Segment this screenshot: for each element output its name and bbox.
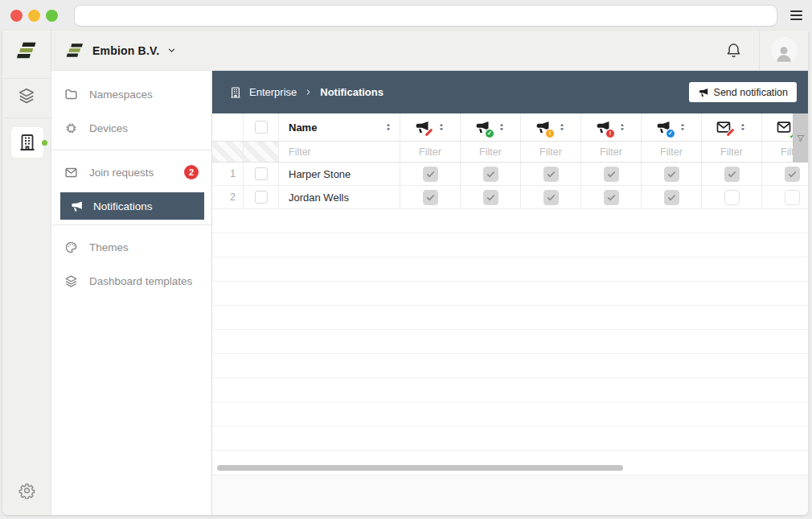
notification-checkbox[interactable] <box>483 167 498 182</box>
filter-cell <box>642 142 702 162</box>
filter-input[interactable] <box>581 146 641 158</box>
megaphone-info-icon: ✓ <box>655 119 671 135</box>
filter-input[interactable] <box>461 146 520 158</box>
rail-item-dashboards[interactable] <box>2 87 51 105</box>
empty-row <box>212 378 808 402</box>
notification-checkbox[interactable] <box>423 190 438 205</box>
row-select-checkbox[interactable] <box>255 167 268 180</box>
status-badge: ✓ <box>666 130 675 138</box>
filter-input[interactable] <box>521 146 580 158</box>
row-select-checkbox[interactable] <box>255 191 268 204</box>
notification-cell <box>762 163 808 185</box>
breadcrumb-enterprise[interactable]: Enterprise <box>249 86 297 98</box>
notification-checkbox[interactable] <box>785 190 800 205</box>
email-cancelled-icon <box>716 119 732 135</box>
empty-row <box>212 233 808 257</box>
notification-checkbox[interactable] <box>664 167 679 182</box>
notification-checkbox[interactable] <box>664 190 679 205</box>
organization-selector[interactable]: Embion B.V. <box>51 40 177 60</box>
avatar <box>771 37 798 64</box>
filter-input[interactable] <box>279 146 400 158</box>
icon-rail <box>2 31 51 515</box>
notification-checkbox[interactable] <box>604 190 619 205</box>
address-bar[interactable] <box>75 6 777 26</box>
notification-checkbox[interactable] <box>423 167 438 182</box>
select-all-header <box>244 113 279 141</box>
minimize-window-button[interactable] <box>28 10 40 22</box>
settings-button[interactable] <box>2 482 51 499</box>
megaphone-error-column-header[interactable]: ! <box>581 113 642 141</box>
sidebar-item-dashboard-templates[interactable]: Dashboard templates <box>51 264 211 298</box>
sort-icon[interactable] <box>738 122 748 132</box>
notification-checkbox[interactable] <box>785 167 800 182</box>
empty-row <box>212 426 808 451</box>
email-cancelled-column-header[interactable] <box>702 113 762 141</box>
notification-cell <box>642 186 702 208</box>
rail-item-enterprise[interactable] <box>10 126 44 159</box>
app-window: Embion B.V. NamespacesDevicesJoin reques… <box>2 31 808 515</box>
table-filter-corner[interactable] <box>793 113 808 163</box>
sidebar-item-notifications[interactable]: Notifications <box>60 192 204 220</box>
sidebar-item-namespaces[interactable]: Namespaces <box>51 77 211 111</box>
notification-checkbox[interactable] <box>543 167 559 182</box>
notification-checkbox[interactable] <box>604 167 619 182</box>
sidebar-item-label: Dashboard templates <box>89 275 192 287</box>
browser-menu-icon[interactable] <box>790 10 802 20</box>
notification-checkbox[interactable] <box>724 167 740 182</box>
email-success-icon: ✓ <box>776 119 792 135</box>
row-number: 1 <box>212 163 244 185</box>
sort-icon[interactable] <box>557 122 567 132</box>
sort-icon[interactable] <box>383 122 393 132</box>
notification-cell <box>521 163 581 185</box>
sidebar-item-themes[interactable]: Themes <box>51 230 211 264</box>
user-menu-button[interactable] <box>760 37 808 64</box>
breadcrumb: Enterprise Notifications Send notificati… <box>212 71 808 113</box>
megaphone-success-icon: ✓ <box>474 119 490 135</box>
chevron-right-icon <box>304 88 313 97</box>
building-icon <box>18 133 37 152</box>
empty-row <box>212 282 808 306</box>
notification-checkbox[interactable] <box>483 190 498 205</box>
megaphone-cancelled-column-header[interactable] <box>400 113 461 141</box>
send-notification-button[interactable]: Send notification <box>689 82 797 102</box>
status-badge: ✓ <box>486 130 494 138</box>
filter-cell <box>521 142 581 162</box>
notifications-bell-button[interactable] <box>707 42 759 59</box>
zoom-window-button[interactable] <box>46 10 58 22</box>
filter-input[interactable] <box>702 146 761 158</box>
palette-icon <box>64 241 79 254</box>
rail-divider <box>2 78 51 79</box>
notification-checkbox[interactable] <box>543 190 559 205</box>
megaphone-warning-column-header[interactable]: ! <box>521 113 581 141</box>
megaphone-info-column-header[interactable]: ✓ <box>642 113 702 141</box>
table-footer <box>212 475 808 515</box>
filter-disabled-cell <box>244 142 279 162</box>
megaphone-success-column-header[interactable]: ✓ <box>461 113 521 141</box>
close-window-button[interactable] <box>10 10 23 22</box>
count-badge: 2 <box>184 165 199 179</box>
sort-icon[interactable] <box>497 122 506 132</box>
organization-name: Embion B.V. <box>92 44 159 57</box>
megaphone-error-icon: ! <box>595 119 611 135</box>
sort-icon[interactable] <box>678 122 687 132</box>
status-badge: ! <box>546 130 554 138</box>
row-select-cell <box>244 163 279 185</box>
sidebar-item-join-requests[interactable]: Join requests2 <box>51 155 211 189</box>
sort-icon[interactable] <box>437 122 446 132</box>
row-select-cell <box>244 186 279 208</box>
sort-icon[interactable] <box>617 122 627 132</box>
sidebar-divider <box>51 224 211 225</box>
notification-cell <box>581 186 642 208</box>
notification-cell <box>642 163 702 185</box>
filter-input[interactable] <box>642 146 701 158</box>
notification-checkbox[interactable] <box>724 190 740 205</box>
filter-cell <box>400 142 461 162</box>
column-label: Name <box>289 122 317 134</box>
filter-disabled-cell <box>212 142 244 162</box>
megaphone-warning-icon: ! <box>535 119 551 135</box>
horizontal-scrollbar-thumb[interactable] <box>217 465 623 471</box>
name-cell: Jordan Wells <box>279 186 400 208</box>
sidebar-item-devices[interactable]: Devices <box>51 111 211 145</box>
filter-input[interactable] <box>400 146 460 158</box>
select-all-checkbox[interactable] <box>255 121 268 134</box>
